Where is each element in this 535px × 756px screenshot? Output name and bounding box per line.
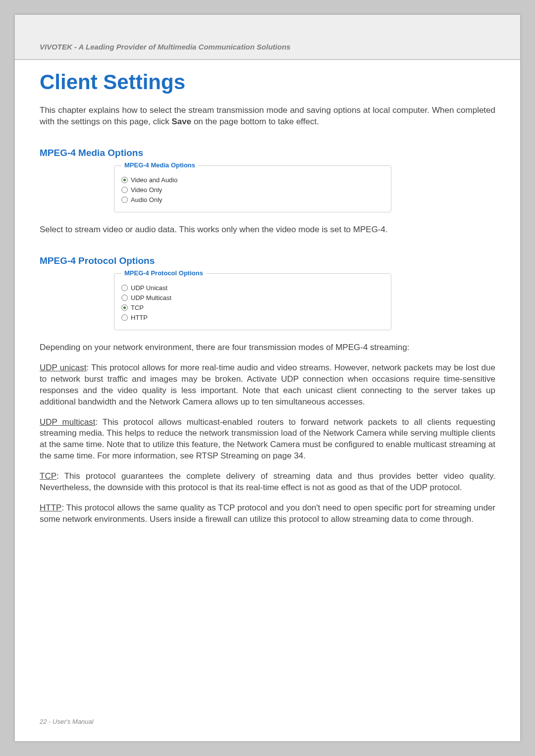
- udp-unicast-paragraph: UDP unicast: This protocol allows for mo…: [40, 362, 495, 408]
- tcp-body: : This protocol guarantees the complete …: [40, 471, 495, 492]
- page: VIVOTEK - A Leading Provider of Multimed…: [15, 15, 520, 741]
- protocol-intro: Depending on your network environment, t…: [40, 342, 495, 353]
- header-band: VIVOTEK - A Leading Provider of Multimed…: [15, 15, 520, 59]
- radio-label: TCP: [131, 304, 144, 311]
- protocol-options-fieldset-wrap: MPEG-4 Protocol Options UDP Unicast UDP …: [114, 273, 391, 330]
- header-brandline: VIVOTEK - A Leading Provider of Multimed…: [40, 43, 290, 51]
- page-title: Client Settings: [40, 70, 495, 94]
- media-options-fieldset: MPEG-4 Media Options Video and Audio Vid…: [114, 165, 391, 212]
- udp-multicast-paragraph: UDP multicast: This protocol allows mult…: [40, 417, 495, 462]
- radio-label: Audio Only: [131, 196, 162, 203]
- media-option-video-audio[interactable]: Video and Audio: [121, 176, 384, 184]
- intro-bold: Save: [171, 117, 191, 126]
- protocol-option-udp-multicast[interactable]: UDP Multicast: [121, 294, 384, 302]
- page-footer: 22 - User's Manual: [40, 718, 94, 725]
- http-body: : This protocol allows the same quality …: [40, 503, 495, 524]
- header-divider: [15, 59, 520, 60]
- radio-icon: [121, 177, 128, 183]
- protocol-option-udp-unicast[interactable]: UDP Unicast: [121, 284, 384, 292]
- radio-icon: [121, 187, 128, 193]
- http-label: HTTP: [40, 503, 61, 512]
- media-options-legend: MPEG-4 Media Options: [121, 161, 198, 169]
- http-paragraph: HTTP: This protocol allows the same qual…: [40, 503, 495, 525]
- tcp-label: TCP: [40, 471, 56, 481]
- radio-icon: [121, 314, 128, 321]
- content-area: Client Settings This chapter explains ho…: [40, 64, 495, 534]
- radio-label: UDP Multicast: [131, 294, 171, 302]
- udp-multicast-label: UDP multicast: [40, 417, 96, 427]
- radio-label: Video and Audio: [131, 176, 177, 184]
- radio-icon: [121, 197, 128, 203]
- intro-post: on the page bottom to take effect.: [191, 117, 319, 126]
- protocol-option-http[interactable]: HTTP: [121, 314, 384, 321]
- radio-label: Video Only: [131, 186, 162, 194]
- radio-icon: [121, 285, 128, 291]
- radio-icon: [121, 295, 128, 301]
- udp-unicast-body: : This protocol allows for more real-tim…: [40, 363, 495, 406]
- intro-paragraph: This chapter explains how to select the …: [40, 105, 495, 128]
- radio-label: HTTP: [131, 314, 148, 321]
- protocol-options-legend: MPEG-4 Protocol Options: [121, 269, 206, 277]
- udp-multicast-body: : This protocol allows multicast-enabled…: [40, 417, 495, 461]
- radio-label: UDP Unicast: [131, 284, 167, 292]
- protocol-options-fieldset: MPEG-4 Protocol Options UDP Unicast UDP …: [114, 273, 391, 330]
- protocol-option-tcp[interactable]: TCP: [121, 304, 384, 311]
- media-option-audio-only[interactable]: Audio Only: [121, 196, 384, 203]
- media-options-fieldset-wrap: MPEG-4 Media Options Video and Audio Vid…: [114, 165, 391, 212]
- media-note: Select to stream video or audio data. Th…: [40, 224, 495, 236]
- protocol-options-heading: MPEG-4 Protocol Options: [40, 255, 495, 266]
- udp-unicast-label: UDP unicast: [40, 363, 87, 372]
- radio-icon: [121, 304, 128, 311]
- media-option-video-only[interactable]: Video Only: [121, 186, 384, 194]
- tcp-paragraph: TCP: This protocol guarantees the comple…: [40, 471, 495, 494]
- media-options-heading: MPEG-4 Media Options: [40, 148, 495, 158]
